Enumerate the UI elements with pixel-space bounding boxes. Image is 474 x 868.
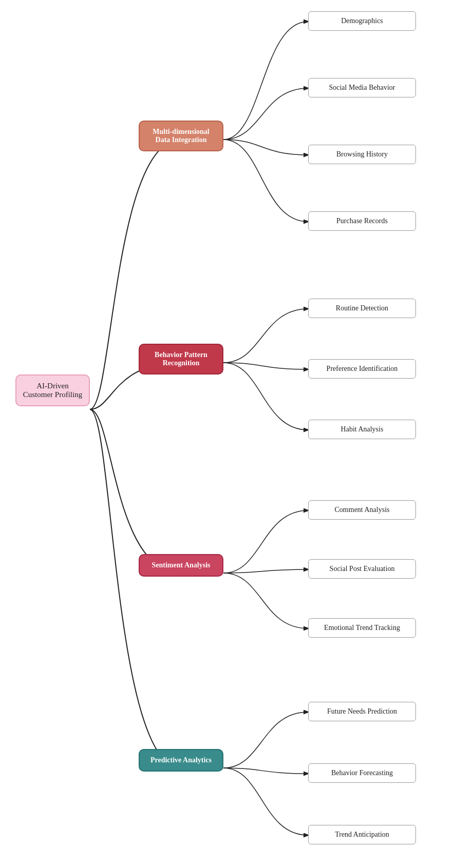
root-node: AI-Driven Customer Profiling (15, 374, 90, 406)
leaf-preference: Preference Identification (308, 359, 416, 379)
leaf-social-post: Social Post Evaluation (308, 559, 416, 579)
leaf-purchase-label: Purchase Records (336, 217, 388, 225)
leaf-routine: Routine Detection (308, 299, 416, 318)
leaf-purchase: Purchase Records (308, 211, 416, 231)
branch-behavior: Behavior Pattern Recognition (139, 344, 223, 374)
branch-predictive-label: Predictive Analytics (150, 756, 212, 764)
branch-multidim-label: Multi-dimensional Data Integration (153, 128, 209, 144)
leaf-social-media-label: Social Media Behavior (329, 84, 395, 92)
leaf-browsing-label: Browsing History (336, 150, 388, 159)
branch-behavior-label: Behavior Pattern Recognition (155, 351, 207, 367)
leaf-social-media: Social Media Behavior (308, 78, 416, 97)
leaf-routine-label: Routine Detection (336, 304, 388, 312)
leaf-comment-label: Comment Analysis (335, 506, 390, 514)
leaf-trend-label: Trend Anticipation (335, 831, 389, 839)
leaf-demographics-label: Demographics (341, 17, 383, 25)
branch-sentiment: Sentiment Analysis (139, 554, 223, 577)
diagram-container: AI-Driven Customer Profiling Multi-dimen… (0, 0, 474, 868)
leaf-social-post-label: Social Post Evaluation (330, 565, 395, 573)
leaf-behavior-fore-label: Behavior Forecasting (331, 769, 393, 777)
leaf-habit: Habit Analysis (308, 420, 416, 439)
leaf-trend: Trend Anticipation (308, 825, 416, 844)
leaf-future-label: Future Needs Prediction (327, 707, 397, 716)
branch-predictive: Predictive Analytics (139, 749, 223, 772)
leaf-demographics: Demographics (308, 11, 416, 31)
leaf-behavior-fore: Behavior Forecasting (308, 763, 416, 783)
leaf-habit-label: Habit Analysis (341, 425, 384, 433)
leaf-comment: Comment Analysis (308, 500, 416, 520)
leaf-emotional-label: Emotional Trend Tracking (324, 624, 400, 632)
leaf-emotional: Emotional Trend Tracking (308, 618, 416, 638)
root-label: AI-Driven Customer Profiling (23, 382, 82, 399)
branch-sentiment-label: Sentiment Analysis (152, 561, 211, 569)
leaf-browsing: Browsing History (308, 145, 416, 164)
leaf-future: Future Needs Prediction (308, 702, 416, 721)
branch-multidim: Multi-dimensional Data Integration (139, 121, 223, 151)
leaf-preference-label: Preference Identification (327, 365, 398, 373)
